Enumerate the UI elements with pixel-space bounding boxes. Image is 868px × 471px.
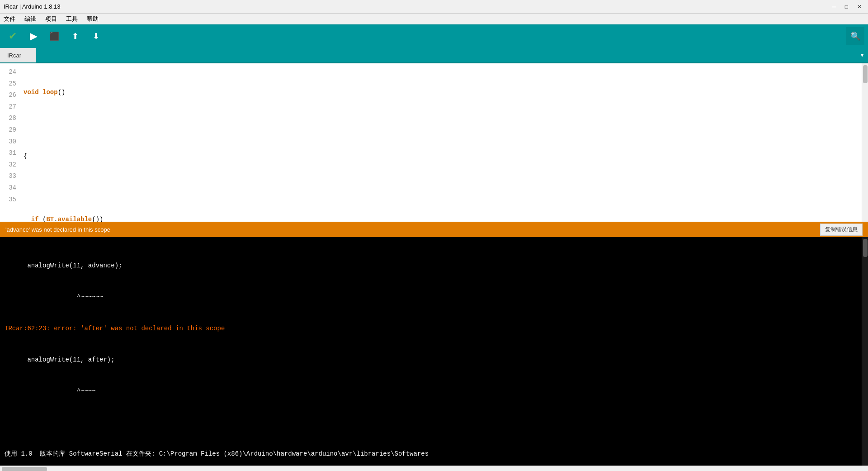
code-line-27 — [24, 183, 858, 195]
toolbar-left: ✔ ▶ ⬛ ⬆ ⬇ — [4, 27, 105, 45]
verify-button[interactable]: ✔ — [4, 27, 22, 45]
console-scrollbar[interactable] — [862, 237, 868, 471]
code-line-28: if (BT.available()) — [24, 214, 858, 222]
horizontal-scrollbar[interactable] — [0, 466, 868, 471]
line-num-31: 31 — [4, 148, 16, 160]
line-numbers: 24 25 26 27 28 29 30 31 32 33 34 35 — [0, 63, 18, 222]
line-num-35: 35 — [4, 195, 16, 206]
editor-scrollbar-thumb[interactable] — [863, 65, 868, 83]
code-line-25 — [24, 119, 858, 131]
console-line-3: IRcar:62:23: error: 'after' was not decl… — [5, 324, 863, 334]
tab-bar: IRcar ▾ — [0, 48, 868, 63]
console-line-7: 使用 1.0 版本的库 SoftwareSerial 在文件夹: C:\Prog… — [5, 449, 863, 459]
title-bar: IRcar | Arduino 1.8.13 ─ □ ✕ — [0, 0, 868, 14]
chevron-down-icon: ▾ — [860, 51, 864, 60]
new-button[interactable]: ⬛ — [45, 27, 63, 45]
line-num-34: 34 — [4, 183, 16, 195]
editor-area: 24 25 26 27 28 29 30 31 32 33 34 35 void… — [0, 63, 868, 222]
tab-dropdown-button[interactable]: ▾ — [856, 48, 868, 62]
console-line-5: ^~~~~ — [5, 386, 863, 396]
line-num-33: 33 — [4, 171, 16, 183]
minimize-button[interactable]: ─ — [829, 3, 839, 11]
console-line-1: analogWrite(11, advance); — [5, 261, 863, 271]
tab-ircar-label: IRcar — [7, 52, 21, 59]
copy-error-button[interactable]: 复制错误信息 — [820, 224, 863, 236]
maximize-button[interactable]: □ — [842, 3, 851, 11]
menu-project[interactable]: 项目 — [43, 14, 59, 24]
search-icon: 🔍 — [850, 31, 860, 41]
menu-help[interactable]: 帮助 — [85, 14, 100, 24]
line-num-29: 29 — [4, 125, 16, 137]
code-line-24: void loop() — [24, 87, 858, 99]
open-button[interactable]: ⬆ — [66, 27, 84, 45]
line-num-27: 27 — [4, 102, 16, 114]
console-line-6 — [5, 418, 863, 428]
editor-scrollbar[interactable] — [862, 63, 868, 222]
console-output: analogWrite(11, advance); ^~~~~~~ IRcar:… — [5, 240, 863, 471]
line-num-24: 24 — [4, 67, 16, 79]
upload-button[interactable]: ▶ — [24, 27, 42, 45]
bottom-panel: analogWrite(11, advance); ^~~~~~~ IRcar:… — [0, 237, 868, 471]
error-message: 'advance' was not declared in this scope — [5, 226, 110, 233]
code-editor[interactable]: void loop() { if (BT.available()) { a=(B… — [18, 63, 862, 222]
console-line-2: ^~~~~~~ — [5, 292, 863, 302]
menu-edit[interactable]: 编辑 — [23, 14, 38, 24]
tab-bar-left: IRcar — [0, 48, 36, 62]
console-area: analogWrite(11, advance); ^~~~~~~ IRcar:… — [0, 237, 868, 471]
close-button[interactable]: ✕ — [854, 3, 864, 11]
line-num-28: 28 — [4, 113, 16, 125]
menu-tools[interactable]: 工具 — [64, 14, 80, 24]
menu-bar: 文件 编辑 项目 工具 帮助 — [0, 14, 868, 24]
save-button[interactable]: ⬇ — [87, 27, 105, 45]
menu-file[interactable]: 文件 — [2, 14, 17, 24]
console-scrollbar-thumb[interactable] — [863, 239, 868, 257]
error-banner: 'advance' was not declared in this scope… — [0, 222, 868, 237]
search-button[interactable]: 🔍 — [846, 27, 864, 45]
window-controls: ─ □ ✕ — [829, 3, 864, 11]
console-line-4: analogWrite(11, after); — [5, 355, 863, 365]
line-num-30: 30 — [4, 137, 16, 148]
code-line-26: { — [24, 151, 858, 163]
line-num-32: 32 — [4, 160, 16, 171]
line-num-26: 26 — [4, 90, 16, 102]
toolbar: ✔ ▶ ⬛ ⬆ ⬇ 🔍 — [0, 24, 868, 48]
horizontal-scrollbar-thumb[interactable] — [2, 467, 47, 471]
window-title: IRcar | Arduino 1.8.13 — [4, 3, 61, 10]
line-num-25: 25 — [4, 79, 16, 90]
tab-ircar[interactable]: IRcar — [0, 48, 36, 62]
